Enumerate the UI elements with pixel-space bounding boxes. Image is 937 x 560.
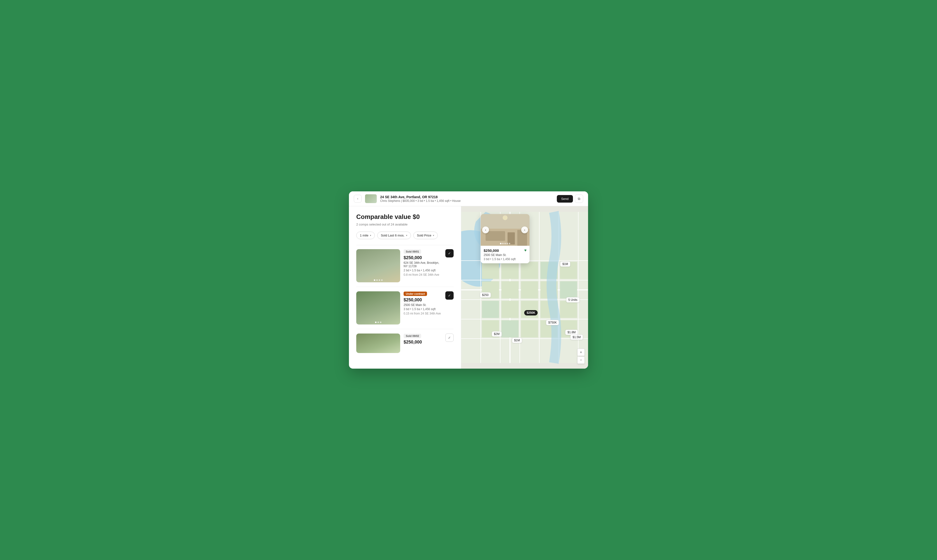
header-beds: 3 bd <box>417 199 423 203</box>
map-marker[interactable]: $2M <box>492 331 502 337</box>
map-marker[interactable]: $1M <box>512 338 522 343</box>
comparable-subtitle: 2 comps selected out of 24 available <box>356 223 454 226</box>
filters-bar: 1 mile ▾ Sold Last 6 mos. ▾ Sold Price ▾ <box>356 232 454 239</box>
listing-info: Sold 09/01 $250,000 624 SE 34th Ave, Bro… <box>404 249 442 277</box>
listing-distance: 0.15 mi from 24 SE 34th Ave <box>404 312 442 315</box>
listing-distance: 0.8 mi from 24 SE 34th Ave <box>404 273 442 277</box>
listing-specs: 2 bd • 1.5 ba • 1,456 sqft <box>404 269 442 272</box>
filter-distance[interactable]: 1 mile ▾ <box>356 232 375 239</box>
dot <box>378 322 379 323</box>
map-panel: $1M $250 $250K 5 Units $750K $2M <box>461 206 588 369</box>
dot <box>375 322 377 323</box>
header-address: 24 SE 34th Ave, Portland, OR 97218 <box>380 195 553 199</box>
map-container[interactable]: $1M $250 $250K 5 Units $750K $2M <box>461 206 588 369</box>
popup-image-dots <box>500 243 510 244</box>
svg-rect-16 <box>521 262 538 279</box>
header-baths: 1.5 ba <box>426 199 434 203</box>
header-type: House <box>452 199 461 203</box>
filter-time[interactable]: Sold Last 6 mos. ▾ <box>377 232 411 239</box>
listing-info: Sold 09/02 $250,000 <box>404 334 442 345</box>
select-listing-button[interactable]: ✓ <box>445 334 454 342</box>
listing-card: Under contract $250,000 2500 SE Main St.… <box>356 291 454 329</box>
svg-rect-28 <box>560 301 577 318</box>
back-button[interactable]: ‹ <box>354 195 362 203</box>
chevron-down-icon: ▾ <box>406 234 407 237</box>
dot <box>504 243 506 244</box>
svg-rect-15 <box>502 262 519 279</box>
map-marker-dark[interactable]: $250K <box>524 310 537 315</box>
header-meta: Chris Stephens | $835,000 • 3 bd • 1.5 b… <box>380 199 553 203</box>
dot <box>502 243 504 244</box>
comparable-title: Comparable value $0 <box>356 213 454 221</box>
listing-image <box>356 291 400 325</box>
filter-sort[interactable]: Sold Price ▾ <box>413 232 438 239</box>
chevron-down-icon: ▾ <box>433 234 434 237</box>
listing-info: Under contract $250,000 2500 SE Main St.… <box>404 291 442 315</box>
favorite-icon[interactable]: ♥ <box>524 248 527 252</box>
listing-image <box>356 334 400 353</box>
listing-badge: Sold 09/02 <box>404 334 421 338</box>
select-listing-button[interactable]: ✓ <box>445 249 454 257</box>
image-dots <box>375 322 381 323</box>
svg-rect-20 <box>502 282 519 298</box>
listing-badge: Sold 09/01 <box>404 249 421 254</box>
dot <box>500 243 502 244</box>
image-dots <box>374 279 383 281</box>
export-icon: ⧉ <box>578 197 580 201</box>
header-actions: Send ⧉ <box>557 195 583 203</box>
listing-card: Sold 09/02 $250,000 ✓ <box>356 334 454 357</box>
dot <box>506 243 508 244</box>
svg-rect-21 <box>521 282 538 298</box>
map-marker[interactable]: $1M <box>560 262 570 267</box>
map-marker[interactable]: $1.8M <box>565 329 578 335</box>
left-panel: Comparable value $0 2 comps selected out… <box>349 206 461 369</box>
map-marker[interactable]: $250 <box>480 292 491 298</box>
zoom-out-button[interactable]: − <box>577 357 585 364</box>
listing-specs: 3 bd • 1.5 ba • 1,456 sqft <box>404 308 442 311</box>
chevron-down-icon: ▾ <box>370 234 371 237</box>
listing-card: Sold 09/01 $250,000 624 SE 34th Ave, Bro… <box>356 249 454 287</box>
listing-badge: Under contract <box>404 292 427 296</box>
header-price: $835,000 <box>403 199 415 203</box>
send-button[interactable]: Send <box>557 195 573 203</box>
map-marker[interactable]: 5 Units <box>566 297 579 303</box>
map-marker[interactable]: $750K <box>546 320 559 325</box>
select-listing-button[interactable]: ✓ <box>445 291 454 300</box>
svg-rect-31 <box>521 320 538 337</box>
main-content: Comparable value $0 2 comps selected out… <box>349 206 588 369</box>
popup-body: $250,000 ♥ 2500 SE Main St. 3 bd • 1.5 b… <box>481 246 529 263</box>
export-button[interactable]: ⧉ <box>575 195 583 203</box>
dot <box>380 322 381 323</box>
popup-address: 2500 SE Main St. <box>484 253 526 257</box>
map-controls: + − <box>577 349 585 364</box>
dot <box>374 279 375 281</box>
svg-rect-14 <box>482 262 499 279</box>
header-sqft: 1,456 sqft <box>437 199 449 203</box>
listing-price: $250,000 <box>404 340 442 345</box>
popup-specs: 3 bd • 1.5 ba • 1,456 sqft <box>484 257 526 261</box>
svg-rect-25 <box>502 301 519 318</box>
svg-rect-30 <box>502 320 519 337</box>
svg-rect-23 <box>560 282 577 298</box>
back-icon: ‹ <box>357 197 358 200</box>
listing-address: 624 SE 34th Ave, Brooklyn, NY 11728 <box>404 261 442 268</box>
listing-address: 2500 SE Main St. <box>404 303 442 307</box>
listing-price: $250,000 <box>404 297 442 303</box>
listing-image <box>356 249 400 282</box>
svg-rect-36 <box>486 231 505 241</box>
dot <box>509 243 510 244</box>
map-popup-card: ‹ › $250,000 ♥ <box>481 214 529 263</box>
map-marker[interactable]: $1.5M <box>571 334 583 340</box>
popup-property-image: ‹ › <box>481 214 529 246</box>
listing-price: $250,000 <box>404 255 442 260</box>
header: ‹ 24 SE 34th Ave, Portland, OR 97218 Chr… <box>349 191 588 206</box>
svg-rect-24 <box>482 301 499 318</box>
header-agent: Chris Stephens <box>380 199 400 203</box>
popup-prev-button[interactable]: ‹ <box>482 226 489 233</box>
zoom-in-button[interactable]: + <box>577 349 585 356</box>
dot <box>376 279 378 281</box>
popup-price: $250,000 <box>484 248 499 252</box>
property-thumbnail <box>365 194 377 203</box>
dot <box>381 279 383 281</box>
popup-next-button[interactable]: › <box>521 226 528 233</box>
